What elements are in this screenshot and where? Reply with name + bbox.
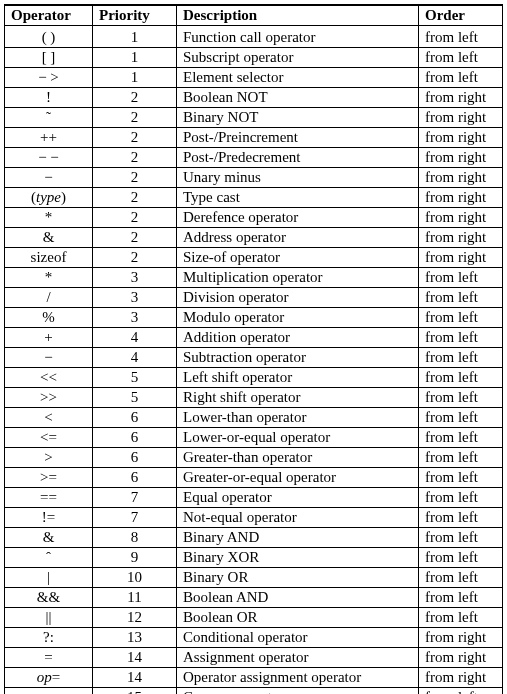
cell-operator: == bbox=[5, 488, 93, 508]
operator-precedence-table: Operator Priority Description Order ( )1… bbox=[4, 4, 503, 694]
cell-description: Binary XOR bbox=[177, 548, 419, 568]
cell-order: from right bbox=[419, 168, 503, 188]
table-row: <6Lower-than operatorfrom left bbox=[5, 408, 503, 428]
cell-description: Size-of operator bbox=[177, 248, 419, 268]
cell-description: Post-/Preincrement bbox=[177, 128, 419, 148]
cell-operator: / bbox=[5, 288, 93, 308]
cell-operator: >> bbox=[5, 388, 93, 408]
cell-description: Element selector bbox=[177, 68, 419, 88]
cell-operator: ?: bbox=[5, 628, 93, 648]
cell-order: from left bbox=[419, 588, 503, 608]
table-row: +4Addition operatorfrom left bbox=[5, 328, 503, 348]
cell-description: Division operator bbox=[177, 288, 419, 308]
cell-order: from right bbox=[419, 208, 503, 228]
cell-operator: & bbox=[5, 528, 93, 548]
cell-order: from left bbox=[419, 448, 503, 468]
cell-priority: 2 bbox=[93, 148, 177, 168]
cell-priority: 10 bbox=[93, 568, 177, 588]
cell-description: Post-/Predecrement bbox=[177, 148, 419, 168]
cell-order: from left bbox=[419, 428, 503, 448]
table-row: ++2Post-/Preincrementfrom right bbox=[5, 128, 503, 148]
cell-order: from right bbox=[419, 148, 503, 168]
cell-operator: ++ bbox=[5, 128, 93, 148]
cell-operator: | bbox=[5, 568, 93, 588]
cell-priority: 3 bbox=[93, 268, 177, 288]
cell-order: from left bbox=[419, 308, 503, 328]
cell-description: Not-equal operator bbox=[177, 508, 419, 528]
cell-priority: 1 bbox=[93, 68, 177, 88]
cell-operator: ˆ bbox=[5, 548, 93, 568]
cell-operator: && bbox=[5, 588, 93, 608]
cell-order: from left bbox=[419, 328, 503, 348]
cell-order: from left bbox=[419, 288, 503, 308]
table-row: >=6Greater-or-equal operatorfrom left bbox=[5, 468, 503, 488]
table-row: !=7Not-equal operatorfrom left bbox=[5, 508, 503, 528]
cell-description: Right shift operator bbox=[177, 388, 419, 408]
table-row: <=6Lower-or-equal operatorfrom left bbox=[5, 428, 503, 448]
cell-order: from right bbox=[419, 108, 503, 128]
cell-operator: − > bbox=[5, 68, 93, 88]
cell-order: from left bbox=[419, 688, 503, 695]
cell-operator: op= bbox=[5, 668, 93, 688]
table-row: *3Multiplication operatorfrom left bbox=[5, 268, 503, 288]
cell-order: from left bbox=[419, 548, 503, 568]
cell-description: Address operator bbox=[177, 228, 419, 248]
cell-operator: ! bbox=[5, 88, 93, 108]
cell-operator: sizeof bbox=[5, 248, 93, 268]
cell-priority: 7 bbox=[93, 488, 177, 508]
cell-priority: 14 bbox=[93, 648, 177, 668]
cell-description: Boolean NOT bbox=[177, 88, 419, 108]
cell-priority: 15 bbox=[93, 688, 177, 695]
header-operator: Operator bbox=[5, 5, 93, 26]
table-row: −4Subtraction operatorfrom left bbox=[5, 348, 503, 368]
cell-description: Operator assignment operator bbox=[177, 668, 419, 688]
cell-priority: 1 bbox=[93, 48, 177, 68]
cell-priority: 12 bbox=[93, 608, 177, 628]
cell-priority: 2 bbox=[93, 128, 177, 148]
cell-operator: * bbox=[5, 268, 93, 288]
cell-operator: [ ] bbox=[5, 48, 93, 68]
table-row: ˜2Binary NOTfrom right bbox=[5, 108, 503, 128]
cell-priority: 6 bbox=[93, 408, 177, 428]
cell-order: from left bbox=[419, 368, 503, 388]
table-row: !2Boolean NOTfrom right bbox=[5, 88, 503, 108]
cell-priority: 8 bbox=[93, 528, 177, 548]
cell-operator: + bbox=[5, 328, 93, 348]
table-row: *2Derefence operatorfrom right bbox=[5, 208, 503, 228]
cell-description: Left shift operator bbox=[177, 368, 419, 388]
cell-description: Assignment operator bbox=[177, 648, 419, 668]
cell-description: Greater-or-equal operator bbox=[177, 468, 419, 488]
cell-priority: 9 bbox=[93, 548, 177, 568]
table-row: %3Modulo operatorfrom left bbox=[5, 308, 503, 328]
cell-order: from right bbox=[419, 188, 503, 208]
cell-description: Type cast bbox=[177, 188, 419, 208]
cell-description: Boolean OR bbox=[177, 608, 419, 628]
cell-priority: 5 bbox=[93, 388, 177, 408]
table-row: ( )1Function call operatorfrom left bbox=[5, 26, 503, 48]
cell-priority: 6 bbox=[93, 448, 177, 468]
cell-order: from right bbox=[419, 88, 503, 108]
cell-order: from left bbox=[419, 568, 503, 588]
table-row: &2Address operatorfrom right bbox=[5, 228, 503, 248]
table-row: ==7Equal operatorfrom left bbox=[5, 488, 503, 508]
cell-description: Binary NOT bbox=[177, 108, 419, 128]
cell-priority: 2 bbox=[93, 188, 177, 208]
cell-priority: 6 bbox=[93, 468, 177, 488]
cell-description: Modulo operator bbox=[177, 308, 419, 328]
cell-priority: 6 bbox=[93, 428, 177, 448]
table-row: ?:13Conditional operatorfrom right bbox=[5, 628, 503, 648]
table-row: − −2Post-/Predecrementfrom right bbox=[5, 148, 503, 168]
cell-description: Lower-or-equal operator bbox=[177, 428, 419, 448]
cell-order: from right bbox=[419, 248, 503, 268]
cell-order: from left bbox=[419, 488, 503, 508]
cell-order: from left bbox=[419, 388, 503, 408]
table-row: <<5Left shift operatorfrom left bbox=[5, 368, 503, 388]
cell-operator: = bbox=[5, 648, 93, 668]
cell-description: Equal operator bbox=[177, 488, 419, 508]
cell-priority: 2 bbox=[93, 208, 177, 228]
table-row: |10Binary ORfrom left bbox=[5, 568, 503, 588]
cell-priority: 2 bbox=[93, 108, 177, 128]
cell-priority: 1 bbox=[93, 26, 177, 48]
cell-priority: 5 bbox=[93, 368, 177, 388]
cell-operator: − bbox=[5, 168, 93, 188]
